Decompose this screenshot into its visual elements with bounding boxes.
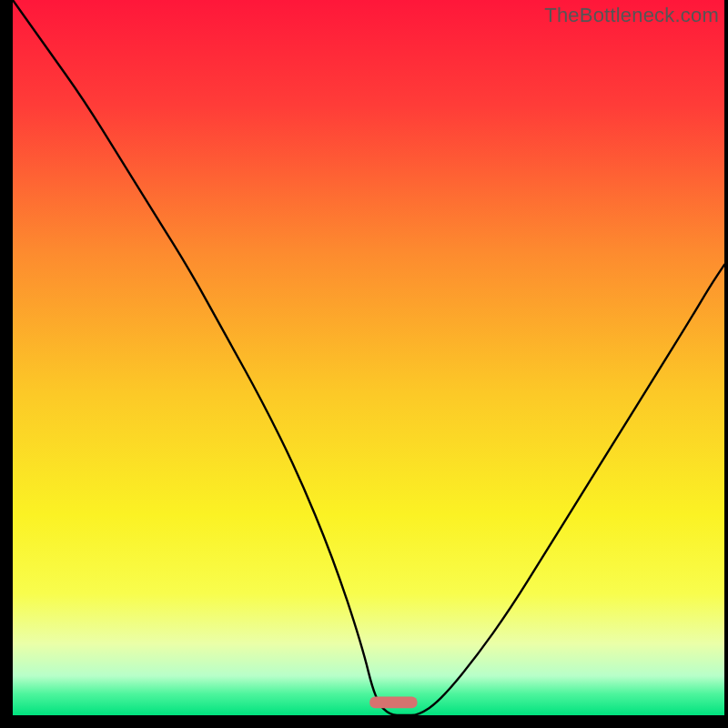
frame-right	[724, 0, 728, 728]
watermark: TheBottleneck.com	[544, 4, 719, 27]
chart-container: TheBottleneck.com	[0, 0, 728, 728]
frame-left	[0, 0, 13, 728]
bottleneck-chart	[0, 0, 728, 728]
optimum-marker	[369, 697, 417, 709]
frame-bottom	[0, 715, 728, 728]
plot-background	[13, 0, 724, 715]
